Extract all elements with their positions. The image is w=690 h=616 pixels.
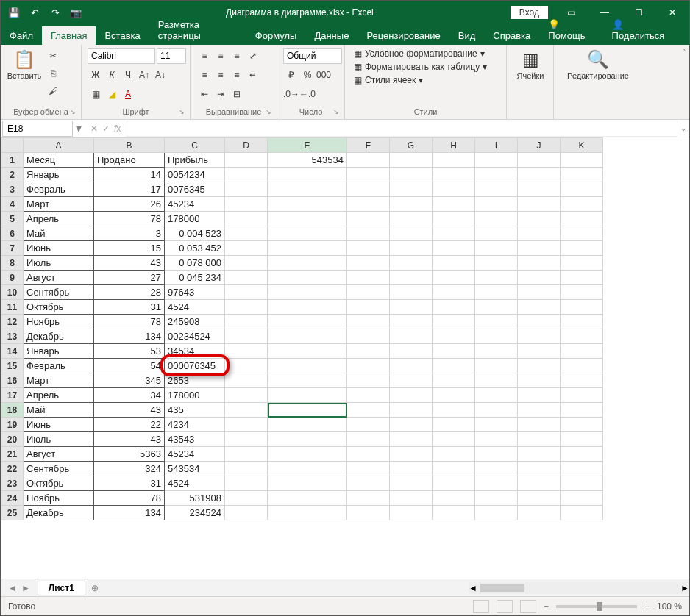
cell-A17[interactable]: Апрель (24, 388, 94, 403)
cell-J1[interactable] (518, 153, 561, 168)
cell-H21[interactable] (433, 447, 475, 462)
cell-A18[interactable]: Май (24, 403, 94, 418)
page-layout-view-icon[interactable] (497, 600, 513, 613)
cell-J6[interactable] (518, 226, 561, 241)
cell-G20[interactable] (390, 432, 433, 447)
cell-F14[interactable] (347, 344, 390, 359)
row-header[interactable]: 11 (1, 300, 24, 315)
cell-E24[interactable] (268, 491, 347, 506)
cell-B17[interactable]: 34 (94, 388, 165, 403)
cell-F5[interactable] (347, 212, 390, 226)
cell-B4[interactable]: 26 (94, 197, 165, 212)
cell-K4[interactable] (561, 197, 603, 212)
cell-I21[interactable] (475, 447, 518, 462)
editing-button[interactable]: 🔍 Редактирование (560, 48, 636, 80)
row-header[interactable]: 10 (1, 285, 24, 300)
cell-K21[interactable] (561, 447, 603, 462)
cell-D13[interactable] (225, 329, 268, 344)
cell-K20[interactable] (561, 432, 603, 447)
cell-I12[interactable] (475, 315, 518, 329)
cell-G2[interactable] (390, 168, 433, 182)
tellme[interactable]: 💡 Помощь (539, 15, 602, 45)
normal-view-icon[interactable] (473, 600, 489, 613)
inc-decimal-icon[interactable]: .0→ (283, 86, 299, 102)
cell-G8[interactable] (390, 256, 433, 271)
cell-K17[interactable] (561, 388, 603, 403)
column-header-C[interactable]: C (165, 138, 225, 153)
cell-I14[interactable] (475, 344, 518, 359)
scroll-right-icon[interactable]: ► (680, 583, 689, 593)
redo-icon[interactable]: ↷ (49, 7, 61, 18)
cell-E1[interactable]: 543534 (268, 153, 347, 168)
cell-J16[interactable] (518, 373, 561, 388)
cell-H9[interactable] (433, 271, 475, 285)
cell-F17[interactable] (347, 388, 390, 403)
cell-E6[interactable] (268, 226, 347, 241)
cell-I4[interactable] (475, 197, 518, 212)
cell-E12[interactable] (268, 315, 347, 329)
format-as-table-button[interactable]: ▦Форматировать как таблицу ▾ (351, 61, 500, 73)
wrap-text-icon[interactable]: ↵ (245, 67, 261, 83)
sheet-next-icon[interactable]: ► (21, 583, 30, 593)
cell-K2[interactable] (561, 168, 603, 182)
cell-E9[interactable] (268, 271, 347, 285)
cell-A11[interactable]: Октябрь (24, 300, 94, 315)
cell-A5[interactable]: Апрель (24, 212, 94, 226)
cell-I10[interactable] (475, 285, 518, 300)
cell-C14[interactable]: 34534 (165, 344, 225, 359)
cell-I16[interactable] (475, 373, 518, 388)
cell-A7[interactable]: Июнь (24, 241, 94, 256)
cell-E19[interactable] (268, 418, 347, 432)
font-color-icon[interactable]: A (120, 86, 136, 102)
column-header-A[interactable]: A (24, 138, 94, 153)
cell-E21[interactable] (268, 447, 347, 462)
cell-D6[interactable] (225, 226, 268, 241)
cut-icon[interactable]: ✂ (45, 48, 61, 64)
indent-inc-icon[interactable]: ⇥ (213, 86, 229, 102)
row-header[interactable]: 7 (1, 241, 24, 256)
cell-A10[interactable]: Сентябрь (24, 285, 94, 300)
cell-K24[interactable] (561, 491, 603, 506)
cell-J19[interactable] (518, 418, 561, 432)
row-header[interactable]: 4 (1, 197, 24, 212)
cell-K16[interactable] (561, 373, 603, 388)
cell-A6[interactable]: Май (24, 226, 94, 241)
cell-A22[interactable]: Сентябрь (24, 462, 94, 476)
fill-color-icon[interactable]: ◢ (104, 86, 120, 102)
row-header[interactable]: 16 (1, 373, 24, 388)
row-header[interactable]: 21 (1, 447, 24, 462)
cell-G4[interactable] (390, 197, 433, 212)
cell-I2[interactable] (475, 168, 518, 182)
cell-B9[interactable]: 27 (94, 271, 165, 285)
cell-C2[interactable]: 0054234 (165, 168, 225, 182)
row-header[interactable]: 5 (1, 212, 24, 226)
cell-I7[interactable] (475, 241, 518, 256)
cell-K15[interactable] (561, 359, 603, 373)
row-header[interactable]: 12 (1, 315, 24, 329)
cell-F13[interactable] (347, 329, 390, 344)
cell-I13[interactable] (475, 329, 518, 344)
cell-B3[interactable]: 17 (94, 182, 165, 197)
cell-B7[interactable]: 15 (94, 241, 165, 256)
cell-C5[interactable]: 178000 (165, 212, 225, 226)
cell-C4[interactable]: 45234 (165, 197, 225, 212)
scroll-left-icon[interactable]: ◄ (469, 583, 477, 593)
column-header-E[interactable]: E (268, 138, 347, 153)
cell-K3[interactable] (561, 182, 603, 197)
cell-D25[interactable] (225, 506, 268, 520)
zoom-in-icon[interactable]: + (644, 601, 650, 612)
cell-D17[interactable] (225, 388, 268, 403)
row-header[interactable]: 24 (1, 491, 24, 506)
cell-D1[interactable] (225, 153, 268, 168)
name-box[interactable]: E18 (2, 121, 73, 137)
cell-D18[interactable] (225, 403, 268, 418)
cell-H4[interactable] (433, 197, 475, 212)
cell-K9[interactable] (561, 271, 603, 285)
column-header-D[interactable]: D (225, 138, 268, 153)
cell-B13[interactable]: 134 (94, 329, 165, 344)
cell-H6[interactable] (433, 226, 475, 241)
row-header[interactable]: 2 (1, 168, 24, 182)
cell-I15[interactable] (475, 359, 518, 373)
cell-H2[interactable] (433, 168, 475, 182)
column-header-J[interactable]: J (518, 138, 561, 153)
